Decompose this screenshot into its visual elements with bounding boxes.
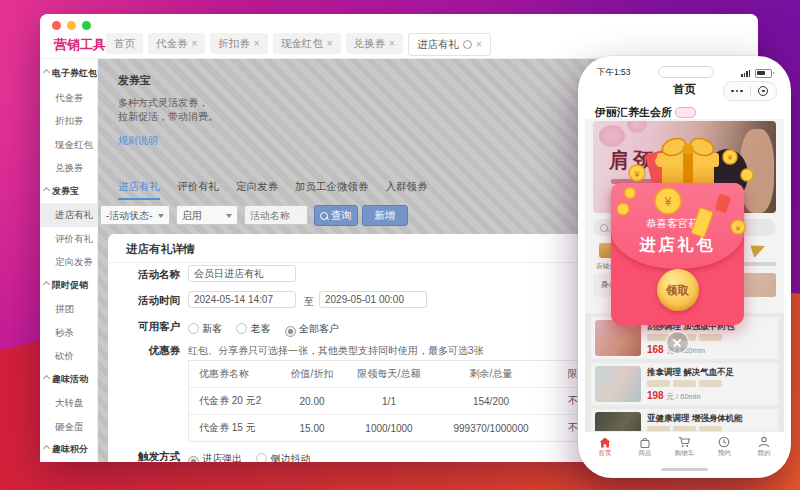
app-title: 营销工具: [54, 36, 106, 54]
cell: 1000/1000: [343, 423, 435, 434]
sidebar-item-golden-egg[interactable]: 砸金蛋: [40, 415, 97, 439]
col-header: 剩余/总量: [435, 367, 547, 381]
sidebar-item-store-gift[interactable]: 进店有礼: [40, 203, 97, 227]
subtab-join-group-coupon[interactable]: 入群领券: [386, 180, 428, 200]
sidebar-group-fun-points[interactable]: 趣味积分: [40, 438, 97, 462]
sidebar-group-label: 限时促销: [52, 280, 88, 290]
sidebar-group-ecoupon[interactable]: 电子券红包: [40, 62, 97, 86]
radio-label: 新客: [202, 323, 222, 334]
radio-label: 全部客户: [299, 323, 339, 334]
radio-label: 老客: [250, 323, 270, 334]
radio-new-customer[interactable]: [188, 323, 199, 334]
close-icon[interactable]: ×: [476, 39, 482, 50]
status-select-value: -活动状态-: [106, 210, 153, 221]
tab-label: 我的: [758, 449, 771, 458]
more-icon[interactable]: [724, 90, 750, 93]
tab-booking[interactable]: 预约: [704, 432, 744, 462]
col-header: 价值/折扣: [281, 367, 343, 381]
cell: 20.00: [281, 396, 343, 407]
tab-products[interactable]: 商品: [625, 432, 665, 462]
cell: 代金券 20 元2: [189, 394, 281, 408]
tab-label: 现金红包: [281, 37, 323, 51]
close-window-icon[interactable]: [52, 21, 61, 30]
radio-label: 进店弹出: [202, 453, 242, 462]
chevron-up-icon: [43, 445, 50, 452]
chevron-down-icon: [226, 214, 232, 218]
maximize-window-icon[interactable]: [82, 21, 91, 30]
browser-tab-bar: 首页 代金券× 折扣券× 现金红包× 兑换券× 进店有礼×: [106, 33, 491, 56]
subtab-staff-wecom-coupon[interactable]: 加员工企微领券: [295, 180, 369, 200]
phone-mockup: 下午1:53 首页 伊丽汇养生会所 肩颈疏: [578, 56, 791, 478]
minimize-window-icon[interactable]: [67, 21, 76, 30]
close-icon[interactable]: ×: [192, 38, 198, 49]
tab-home[interactable]: 首页: [585, 432, 625, 462]
close-icon[interactable]: ×: [254, 38, 260, 49]
modal-gift-title: 进店礼包: [611, 235, 744, 256]
tab-label: 首页: [114, 37, 135, 51]
tab-store-gift-active[interactable]: 进店有礼×: [408, 33, 491, 56]
sidebar-group-coupon-tool[interactable]: 发券宝: [40, 180, 97, 204]
trigger-radio-group: 进店弹出 侧边抖动: [188, 448, 320, 462]
modal-close-button[interactable]: [666, 331, 689, 354]
tab-discount[interactable]: 折扣券×: [210, 33, 267, 54]
subtab-store-gift[interactable]: 进店有礼: [118, 180, 160, 200]
subtab-review-gift[interactable]: 评价有礼: [177, 180, 219, 200]
search-icon: [320, 212, 328, 220]
add-button[interactable]: 新增: [362, 205, 408, 226]
claim-button[interactable]: 领取: [657, 269, 699, 311]
radio-all-customers-selected[interactable]: [285, 326, 296, 337]
rules-link[interactable]: 规则说明: [118, 134, 158, 148]
col-header: 优惠券名称: [189, 367, 281, 381]
modal-congrats-text: 恭喜客官获得: [611, 217, 744, 231]
exit-target-icon[interactable]: [751, 86, 777, 96]
sidebar-item-discount[interactable]: 折扣券: [40, 109, 97, 133]
sidebar-item-targeted-coupon[interactable]: 定向发券: [40, 250, 97, 274]
sidebar-group-label: 趣味活动: [52, 374, 88, 384]
banner-line1: 多种方式灵活发券，: [118, 96, 208, 110]
start-time-input[interactable]: [188, 291, 296, 308]
svg-text:¥: ¥: [633, 169, 640, 179]
tab-cart[interactable]: 购物车: [665, 432, 705, 462]
sidebar-group-flash-sale[interactable]: 限时促销: [40, 274, 97, 298]
radio-side-shake[interactable]: [256, 453, 267, 462]
sidebar-item-voucher[interactable]: 代金券: [40, 86, 97, 110]
banner-title: 发券宝: [118, 73, 151, 88]
activity-name-input[interactable]: [244, 205, 308, 225]
table-row[interactable]: 代金券 20 元2 20.00 1/1 154/200 不限店铺: [189, 387, 629, 414]
search-button[interactable]: 查询: [314, 205, 358, 226]
cell: 代金券 15 元: [189, 421, 281, 435]
sub-tab-bar: 进店有礼 评价有礼 定向发券 加员工企微领券 入群领券: [118, 180, 428, 200]
tab-profile[interactable]: 我的: [744, 432, 784, 462]
table-row[interactable]: 代金券 15 元 15.00 1000/1000 999370/1000000 …: [189, 414, 629, 441]
end-time-input[interactable]: [319, 291, 427, 308]
sidebar-item-seckill[interactable]: 秒杀: [40, 321, 97, 345]
radio-old-customer[interactable]: [236, 323, 247, 334]
sidebar-item-lucky-wheel[interactable]: 大转盘: [40, 391, 97, 415]
enable-select-value: 启用: [182, 210, 202, 221]
signal-icon: [741, 70, 750, 77]
sidebar-group-fun-activity[interactable]: 趣味活动: [40, 368, 97, 392]
close-icon[interactable]: ×: [327, 38, 333, 49]
tab-label: 折扣券: [218, 37, 250, 51]
subtab-targeted-coupon[interactable]: 定向发券: [236, 180, 278, 200]
sidebar-item-bargain[interactable]: 砍价: [40, 344, 97, 368]
sidebar-item-review-gift[interactable]: 评价有礼: [40, 227, 97, 251]
tab-exchange[interactable]: 兑换券×: [346, 33, 403, 54]
tab-home[interactable]: 首页: [106, 33, 143, 54]
sidebar-item-cash-redpacket[interactable]: 现金红包: [40, 133, 97, 157]
sidebar-item-group-buy[interactable]: 拼团: [40, 297, 97, 321]
activity-name-value-input[interactable]: [188, 265, 296, 282]
enable-select[interactable]: 启用: [176, 205, 238, 225]
radio-popup-on-enter-selected[interactable]: [188, 456, 199, 462]
tab-cash-redpacket[interactable]: 现金红包×: [273, 33, 341, 54]
phone-notch: [658, 66, 714, 78]
bag-icon: [639, 437, 651, 448]
home-indicator: [661, 468, 708, 472]
close-icon[interactable]: ×: [389, 38, 395, 49]
tab-voucher[interactable]: 代金券×: [148, 33, 205, 54]
window-header: 营销工具 首页 代金券× 折扣券× 现金红包× 兑换券× 进店有礼×: [40, 14, 758, 59]
loading-icon: [463, 40, 472, 49]
chevron-down-icon: [158, 214, 164, 218]
status-select[interactable]: -活动状态-: [100, 205, 170, 225]
sidebar-item-exchange[interactable]: 兑换券: [40, 156, 97, 180]
